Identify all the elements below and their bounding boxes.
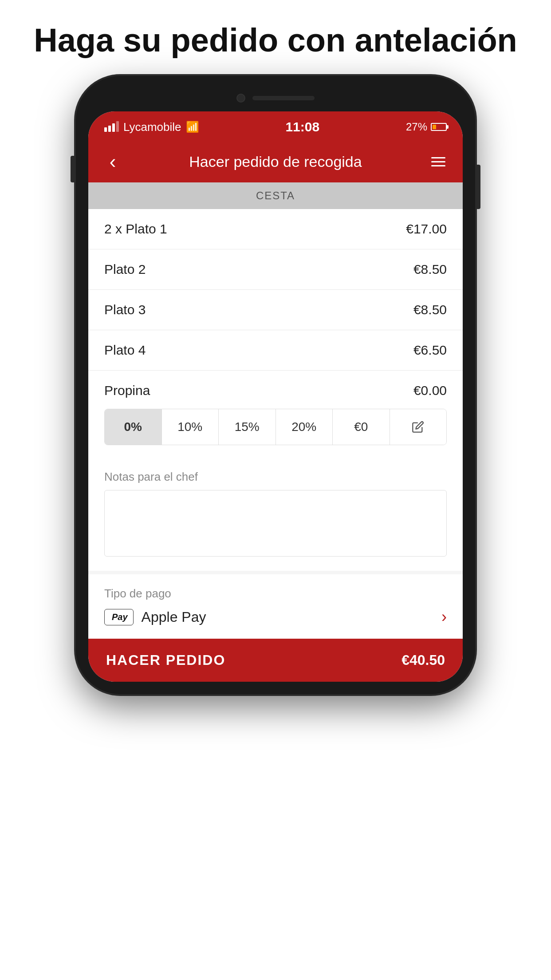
item-name-1: Plato 2 [104,262,146,277]
order-item-1: Plato 2 €8.50 [88,249,463,290]
carrier-label: Lycamobile [123,120,181,134]
battery-fill [433,125,436,129]
chef-notes-section: Notas para el chef [88,458,463,571]
pencil-icon [412,421,424,433]
chef-notes-input[interactable] [104,490,447,557]
tip-amount: €0.00 [413,383,447,398]
tip-btn-3[interactable]: 20% [276,409,333,445]
battery-percent: 27% [406,121,427,133]
chef-notes-label: Notas para el chef [104,470,447,484]
order-item-3: Plato 4 €6.50 [88,330,463,371]
status-left: Lycamobile 📶 [104,120,199,134]
tip-label: Propina [104,383,150,398]
chevron-right-icon: › [441,608,447,626]
item-price-0: €17.00 [406,221,447,237]
order-items-list: 2 x Plato 1 €17.00 Plato 2 €8.50 Plato 3… [88,209,463,639]
cta-total: €40.50 [401,652,445,668]
payment-method-text: Apple Pay [142,609,206,625]
tip-buttons: 0% 10% 15% 20% €0 [104,409,447,445]
battery-icon [431,123,447,131]
phone-camera [236,94,245,103]
status-bar: Lycamobile 📶 11:08 27% [88,111,463,141]
tip-row: Propina €0.00 [88,371,463,405]
payment-left: Pay Apple Pay [104,609,206,625]
bottom-cta[interactable]: HACER PEDIDO €40.50 [88,639,463,682]
item-name-2: Plato 3 [104,302,146,317]
back-button[interactable]: ‹ [102,150,124,173]
phone-speaker [252,96,315,100]
status-time: 11:08 [285,119,319,134]
badge-text: Pay [112,612,128,622]
tip-btn-2[interactable]: 15% [219,409,276,445]
apple-pay-badge: Pay [104,609,134,625]
item-name-3: Plato 4 [104,343,146,358]
page-heading: Haga su pedido con antelación [27,22,524,58]
item-name-0: 2 x Plato 1 [104,221,167,237]
item-price-3: €6.50 [413,343,447,358]
tip-btn-1[interactable]: 10% [162,409,219,445]
basket-label: CESTA [88,182,463,209]
order-item-0: 2 x Plato 1 €17.00 [88,209,463,249]
payment-section: Tipo de pago Pay Apple Pay › [88,571,463,639]
tip-btn-edit[interactable] [390,409,447,445]
menu-button[interactable] [427,157,449,166]
phone-screen: Lycamobile 📶 11:08 27% ‹ Hacer pedido de… [88,111,463,682]
wifi-icon: 📶 [186,121,199,133]
signal-bars [104,122,119,132]
item-price-1: €8.50 [413,262,447,277]
app-header: ‹ Hacer pedido de recogida [88,141,463,182]
order-item-2: Plato 3 €8.50 [88,290,463,330]
payment-row[interactable]: Pay Apple Pay › [104,608,447,626]
header-title: Hacer pedido de recogida [124,153,427,170]
phone-shell: Lycamobile 📶 11:08 27% ‹ Hacer pedido de… [76,76,475,694]
phone-top-bar [88,88,463,111]
payment-section-label: Tipo de pago [104,587,447,601]
status-right: 27% [406,121,447,133]
page-heading-wrapper: Haga su pedido con antelación [0,0,551,76]
tip-btn-0[interactable]: 0% [105,409,162,445]
item-price-2: €8.50 [413,302,447,317]
cta-label: HACER PEDIDO [106,652,225,668]
tip-btn-4[interactable]: €0 [333,409,390,445]
